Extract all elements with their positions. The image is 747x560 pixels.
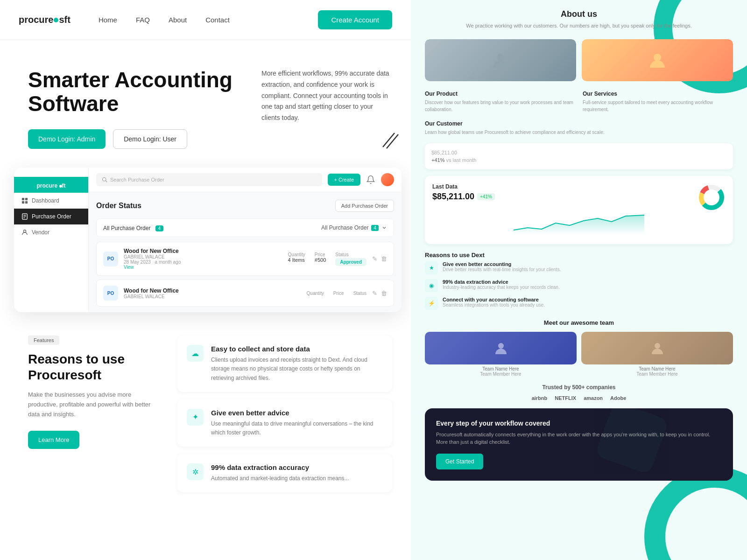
sidebar-feature-title-1: Our Services <box>583 91 733 97</box>
decorative-lines <box>378 131 402 149</box>
mockup-search-bar[interactable]: Search Purchase Order <box>96 173 322 186</box>
svg-rect-3 <box>25 198 28 200</box>
mockup-nav-vendor-label: Vendor <box>32 229 49 236</box>
donut-chart <box>698 183 726 211</box>
feature-desc-0: Clients upload invoices and receipts str… <box>211 356 383 383</box>
sidebar-features-row: Our Product Discover how our features br… <box>425 91 733 113</box>
features-cards: ☁ Easy to collect and store data Clients… <box>177 336 392 492</box>
po-actions-1: ✎ 🗑 <box>372 255 387 262</box>
chart-label: Last Data <box>432 183 495 190</box>
mockup-main-content: Search Purchase Order + Create Order Sta… <box>89 168 402 312</box>
po-qty-1: Quantity 4 Items <box>288 252 305 266</box>
edit-icon-2[interactable]: ✎ <box>372 290 377 297</box>
logo: procure s ft <box>19 14 70 25</box>
mockup-nav-dashboard[interactable]: Dashboard <box>14 193 88 209</box>
order-status-title: Order Status <box>96 202 141 210</box>
mockup-sidebar: procure ft Dashboard <box>14 168 89 312</box>
edit-icon[interactable]: ✎ <box>372 255 377 262</box>
demo-user-button[interactable]: Demo Login: User <box>113 129 187 149</box>
po-view-link-1[interactable]: View <box>124 265 282 270</box>
learn-more-button[interactable]: Learn More <box>28 431 79 449</box>
team-row: Team Name Here Team Member Here Team Nam… <box>425 332 733 377</box>
reason-desc-2: Seamless integrations with tools you alr… <box>443 302 545 308</box>
mockup-nav-purchase-order[interactable]: Purchase Order <box>14 209 88 224</box>
svg-point-14 <box>654 54 661 61</box>
hero-section: Smarter Accounting Software Demo Login: … <box>0 40 411 168</box>
nav-home[interactable]: Home <box>99 16 117 24</box>
order-status-header: Order Status Add Purchase Order <box>96 200 394 212</box>
mockup-logo-text: procure ft <box>36 182 65 189</box>
user-avatar[interactable] <box>381 173 394 186</box>
reason-icon-1: ◉ <box>425 279 438 292</box>
person-photo-1 <box>425 39 576 81</box>
brand-netflix: NETFLIX <box>555 395 576 401</box>
logo-text-part2: s <box>59 14 64 25</box>
create-account-button[interactable]: Create Account <box>318 10 392 29</box>
sidebar-feature-title-0: Our Product <box>425 91 575 97</box>
about-us-title: About us <box>425 9 733 19</box>
add-purchase-order-button[interactable]: Add Purchase Order <box>335 200 394 212</box>
hero-buttons: Demo Login: Admin Demo Login: User <box>28 129 243 149</box>
brand-airbnb: airbnb <box>532 395 548 401</box>
svg-line-0 <box>383 133 395 147</box>
reason-item-0: ★ Give even better accounting Drive bett… <box>425 261 733 274</box>
features-section: Features Reasons to use Procuresoft Make… <box>0 312 411 506</box>
po-info-1: Wood for New Office GABRIEL WALACE 28 Ma… <box>124 248 282 270</box>
features-description: Make the businesses you advise more prod… <box>28 390 159 419</box>
team-member-name-1: Team Name Here <box>581 366 733 371</box>
dashboard-icon <box>21 197 28 204</box>
trusted-section: Trusted by 500+ companies airbnb NETFLIX… <box>425 384 733 401</box>
po-tab-row: All Purchase Order 4 All Purchase Order … <box>96 218 394 237</box>
sidebar-features-row-2: Our Customer Learn how global teams use … <box>425 120 733 136</box>
reasons-list: ★ Give even better accounting Drive bett… <box>425 261 733 310</box>
mockup-order-content: Order Status Add Purchase Order All Purc… <box>89 192 402 312</box>
mockup-create-button[interactable]: + Create <box>328 174 361 186</box>
team-person-icon-1 <box>650 341 664 355</box>
reason-desc-0: Drive better results with real-time insi… <box>443 267 561 272</box>
mockup-nav-vendor[interactable]: Vendor <box>14 224 88 240</box>
logo-text-part1: procure <box>19 14 53 25</box>
features-tag: Features <box>28 336 59 345</box>
team-avatar-0 <box>425 332 577 364</box>
logo-dot <box>54 18 58 22</box>
svg-point-10 <box>23 230 26 232</box>
brand-amazon: amazon <box>584 395 603 401</box>
team-member-role-1: Team Member Here <box>581 371 733 377</box>
po-tab-label: All Purchase Order 4 <box>103 224 163 232</box>
po-price-2: Price <box>333 291 344 296</box>
reason-icon-2: ⚡ <box>425 297 438 310</box>
hero-right: More efficient workflows, 99% accurate d… <box>261 68 392 149</box>
team-member-0: Team Name Here Team Member Here <box>425 332 577 377</box>
po-name-2: Wood for New Office <box>124 287 301 294</box>
nav-links: Home FAQ About Contact <box>99 16 318 24</box>
reasons-title: Reasons to use Dext <box>425 252 733 259</box>
demo-admin-button[interactable]: Demo Login: Admin <box>28 129 106 149</box>
brand-logos: airbnb NETFLIX amazon Adobe <box>425 395 733 401</box>
reason-desc-1: Industry-leading accuracy that keeps you… <box>443 285 560 290</box>
svg-rect-4 <box>22 201 24 203</box>
feature-title-1: Give even better advice <box>211 409 383 417</box>
team-section: Meet our awesome team Team Name Here Tea… <box>425 319 733 377</box>
delete-icon-2[interactable]: 🗑 <box>381 290 387 297</box>
sidebar-feature-desc-1: Full-service support tailored to meet ev… <box>583 99 733 113</box>
po-status-1: Status Approved <box>335 252 366 266</box>
po-person-2: GABRIEL WALACE <box>124 294 301 299</box>
about-img-2 <box>582 39 733 81</box>
po-tab-badge: 4 <box>155 225 164 231</box>
nav-contact[interactable]: Contact <box>205 16 230 24</box>
right-sidebar: About us We practice working with our cu… <box>411 0 747 560</box>
nav-about[interactable]: About <box>169 16 187 24</box>
sidebar-about: About us We practice working with our cu… <box>411 0 747 490</box>
stat-label: $85,211.00 <box>431 150 726 155</box>
nav-faq[interactable]: FAQ <box>136 16 150 24</box>
po-dropdown[interactable]: All Purchase Order 4 <box>321 224 387 231</box>
reason-item-1: ◉ 99% data extraction advice Industry-le… <box>425 279 733 292</box>
delete-icon[interactable]: 🗑 <box>381 255 387 262</box>
bell-icon[interactable] <box>366 175 375 184</box>
mockup-topbar: Search Purchase Order + Create <box>89 168 402 192</box>
po-status-2: Status <box>353 291 366 296</box>
feature-icon-1: ✦ <box>187 409 204 426</box>
svg-rect-21 <box>595 408 669 475</box>
chart-badge: +41% <box>477 193 495 200</box>
person-photo-2 <box>582 39 733 81</box>
